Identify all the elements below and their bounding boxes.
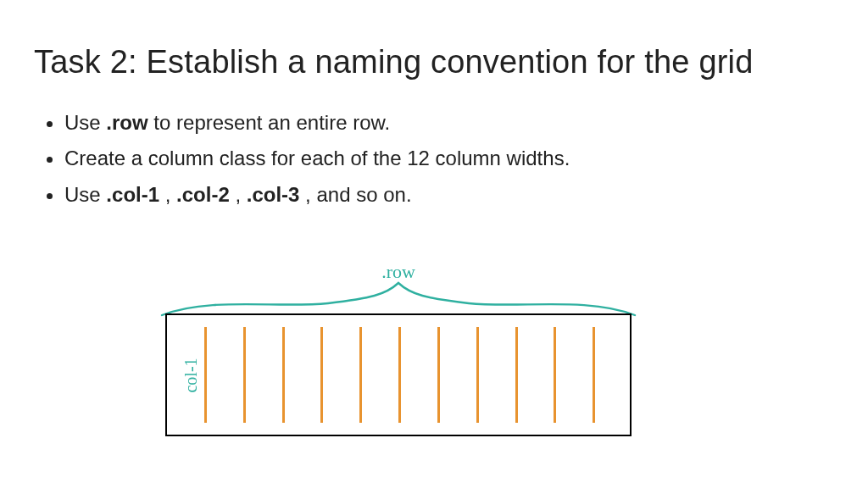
code-text: .col-3	[247, 183, 300, 206]
slide-title: Task 2: Establish a naming convention fo…	[34, 44, 834, 80]
code-text: .col-2	[176, 183, 230, 206]
code-text: .col-1	[106, 183, 159, 206]
row-box: col-1	[165, 313, 632, 436]
bullet-text: to represent an entire row.	[148, 111, 391, 134]
code-text: .row	[106, 111, 147, 134]
bullet-text: ,	[159, 183, 176, 206]
column-separator	[437, 327, 440, 423]
column-separator	[554, 327, 556, 423]
slide: Task 2: Establish a naming convention fo…	[0, 0, 868, 488]
column-separator	[398, 327, 401, 423]
col1-label: col-1	[181, 358, 201, 392]
bullet-text: Create a column class for each of the 12…	[64, 147, 570, 169]
bullet-list: Use .row to represent an entire row. Cre…	[64, 109, 834, 208]
column-separator	[204, 327, 207, 423]
column-separator	[593, 327, 595, 423]
list-item: Use .row to represent an entire row.	[64, 109, 834, 136]
bullet-text: ,	[230, 183, 247, 206]
bullet-text: Use	[64, 111, 106, 134]
column-separator	[320, 327, 323, 423]
column-separator	[282, 327, 285, 423]
list-item: Create a column class for each of the 12…	[64, 145, 834, 172]
bullet-text: , and so on.	[299, 183, 411, 206]
list-item: Use .col-1 , .col-2 , .col-3 , and so on…	[64, 181, 834, 208]
column-separator	[359, 327, 362, 423]
column-separator	[515, 327, 518, 423]
bullet-text: Use	[64, 183, 106, 206]
column-separator	[243, 327, 246, 423]
column-separator	[476, 327, 479, 423]
grid-illustration: .row col-1	[165, 313, 632, 436]
